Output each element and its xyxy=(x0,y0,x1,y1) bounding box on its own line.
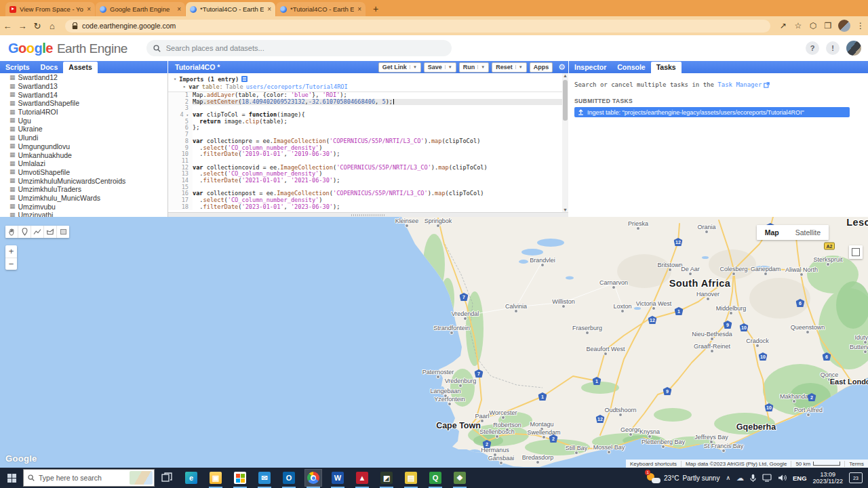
side-panel-icon[interactable]: ❐ xyxy=(821,21,835,30)
bookmark-star-icon[interactable]: ☆ xyxy=(791,21,806,30)
extensions-icon[interactable]: ⬡ xyxy=(806,21,821,30)
onedrive-icon[interactable]: ☁ xyxy=(736,474,744,483)
word-icon[interactable]: W xyxy=(330,470,346,486)
address-bar[interactable]: code.earthengine.google.com xyxy=(65,20,770,33)
tab-docs[interactable]: Docs xyxy=(35,62,64,73)
import-asset-link[interactable]: users/ecoreports/Tutorial4ROI xyxy=(246,83,348,90)
asset-item[interactable]: ▦UmzimkhuluTraders xyxy=(0,185,167,194)
weather-widget[interactable]: 1 23°C Partly sunny xyxy=(647,472,719,484)
asset-item[interactable]: ▦Umzimkhulu_MunicWards xyxy=(0,194,167,203)
dropdown-arrow-icon[interactable]: ▼ xyxy=(477,65,485,69)
asset-item[interactable]: ▦UmvotiShapefile xyxy=(0,168,167,177)
reset-button[interactable]: Reset▼ xyxy=(492,62,526,73)
browser-profile-avatar[interactable] xyxy=(838,20,850,32)
editor-settings-gear-icon[interactable]: ⚙ xyxy=(558,62,566,72)
forward-icon[interactable]: → xyxy=(15,21,30,31)
home-icon[interactable]: ⌂ xyxy=(45,21,60,31)
notification-center-icon[interactable]: 23 xyxy=(849,472,863,483)
browser-tab[interactable]: *Tutorial4CO - Earth Engine Cod × xyxy=(276,2,366,16)
polygon-icon[interactable] xyxy=(44,226,57,238)
photos-icon[interactable]: ◩ xyxy=(378,470,395,486)
asset-item[interactable]: ▦Tutorial4ROI xyxy=(0,108,167,117)
dropdown-arrow-icon[interactable]: ▼ xyxy=(410,65,417,69)
start-button[interactable] xyxy=(0,468,23,488)
code-line[interactable]: 6}; xyxy=(168,125,568,131)
asset-item[interactable]: ▦Swartland13 xyxy=(0,82,167,91)
feedback-icon[interactable]: ! xyxy=(826,41,840,55)
point-marker-icon[interactable] xyxy=(18,226,31,238)
dropdown-arrow-icon[interactable]: ▼ xyxy=(445,65,452,69)
code-editor[interactable]: ▾ Imports (1 entry) ▸ var table: Table u… xyxy=(168,73,568,212)
code-lines[interactable]: 1Map.addLayer(table, {color: 'blue'}, 'R… xyxy=(168,92,568,210)
share-icon[interactable]: ↗ xyxy=(776,21,791,30)
asset-item[interactable]: ▦SwartlandShapefile xyxy=(0,99,167,108)
scrollbar-thumb[interactable] xyxy=(563,80,568,121)
apps-button[interactable]: Apps xyxy=(530,62,553,73)
asset-item[interactable]: ▦Umgungundlovu xyxy=(0,142,167,151)
code-line[interactable]: 14 .filterDate('2021-01-01', '2021-06-30… xyxy=(168,178,568,184)
rectangle-icon[interactable] xyxy=(57,226,69,238)
drag-grip[interactable] xyxy=(351,214,385,216)
asset-item[interactable]: ▦Ulundi xyxy=(0,134,167,142)
import-doc-icon[interactable] xyxy=(241,76,248,82)
expand-icon[interactable]: ▸ xyxy=(183,84,186,89)
scroll-up-icon[interactable]: ▲ xyxy=(562,73,568,78)
dropdown-arrow-icon[interactable]: ▼ xyxy=(515,65,523,69)
acrobat-icon[interactable]: ▲ xyxy=(354,470,370,486)
mail-icon[interactable]: ✉ xyxy=(256,470,273,486)
tab-close-icon[interactable]: × xyxy=(357,5,361,13)
ee-profile-avatar[interactable] xyxy=(846,41,861,56)
asset-item[interactable]: ▦Umkanhuakhude xyxy=(0,150,167,159)
tab-inspector[interactable]: Inspector xyxy=(569,62,612,73)
browser-tab[interactable]: *Tutorial4CO - Earth Engine Cod × xyxy=(186,2,275,16)
browser-tab[interactable]: Google Earth Engine × xyxy=(96,2,185,16)
code-line[interactable]: 2Map.setCenter(18.409402069523132,-32.61… xyxy=(168,99,568,106)
tab-close-icon[interactable]: × xyxy=(267,5,271,13)
language-indicator[interactable]: ENG xyxy=(793,474,807,482)
microphone-icon[interactable] xyxy=(750,474,756,483)
back-icon[interactable]: ← xyxy=(0,21,15,31)
store-icon[interactable] xyxy=(232,470,248,486)
clock[interactable]: 13:09 2023/11/22 xyxy=(813,471,843,485)
task-row[interactable]: Ingest table: "projects/earthengine-lega… xyxy=(574,107,850,117)
qgis-icon[interactable]: Q xyxy=(427,470,443,486)
map-area[interactable]: KleinseeSpringbokBrandvleiCarnarvonCalvi… xyxy=(0,217,868,468)
pan-hand-icon[interactable] xyxy=(5,226,18,238)
chrome-icon[interactable] xyxy=(305,470,321,486)
edge-icon[interactable]: e xyxy=(183,470,199,486)
code-line[interactable]: 5 return image.clip(table); xyxy=(168,119,568,125)
volume-icon[interactable] xyxy=(778,474,787,482)
tab-close-icon[interactable]: × xyxy=(87,5,91,13)
zoom-in-button[interactable]: + xyxy=(5,245,17,258)
scroll-down-icon[interactable]: ▼ xyxy=(562,207,568,212)
tab-console[interactable]: Console xyxy=(612,62,650,73)
tab-scripts[interactable]: Scripts xyxy=(0,62,35,73)
tab-close-icon[interactable]: × xyxy=(177,5,181,13)
get-link-button[interactable]: Get Link▼ xyxy=(378,62,421,73)
taskbar-search[interactable]: Type here to search xyxy=(23,469,155,487)
outlook-icon[interactable]: O xyxy=(281,470,297,486)
help-icon[interactable]: ? xyxy=(806,41,819,55)
network-icon[interactable] xyxy=(762,474,772,482)
keyboard-shortcuts-link[interactable]: Keyboard shortcuts xyxy=(626,461,681,467)
editor-scrollbar[interactable]: ▲ ▼ xyxy=(562,73,568,212)
asset-item[interactable]: ▦Ukraine xyxy=(0,125,167,134)
notes-icon[interactable]: ▤ xyxy=(403,470,419,486)
task-manager-link[interactable]: Task Manager xyxy=(717,81,762,88)
browser-tab[interactable]: View From Space - YouTube × xyxy=(5,2,95,16)
map-type-satellite-button[interactable]: Satellite xyxy=(787,225,829,240)
run-button[interactable]: Run▼ xyxy=(459,62,489,73)
new-tab-button[interactable]: + xyxy=(369,2,382,16)
gis-icon[interactable]: ❖ xyxy=(452,470,468,486)
file-explorer-icon[interactable]: ▣ xyxy=(208,470,224,486)
collapse-icon[interactable]: ▾ xyxy=(174,77,176,82)
ee-search-bar[interactable]: Search places and datasets... xyxy=(146,40,452,56)
asset-item[interactable]: ▦Umlalazi xyxy=(0,159,167,168)
tray-chevron-icon[interactable]: ∧ xyxy=(726,474,730,481)
asset-item[interactable]: ▦Swartland14 xyxy=(0,90,167,99)
save-button[interactable]: Save▼ xyxy=(424,62,456,73)
asset-item[interactable]: ▦Umzimvubu xyxy=(0,202,167,211)
asset-item[interactable]: ▦Ugu xyxy=(0,116,167,125)
code-line[interactable]: 18 .filterDate('2023-01-01', '2023-06-30… xyxy=(168,204,568,211)
tab-tasks[interactable]: Tasks xyxy=(651,62,682,73)
